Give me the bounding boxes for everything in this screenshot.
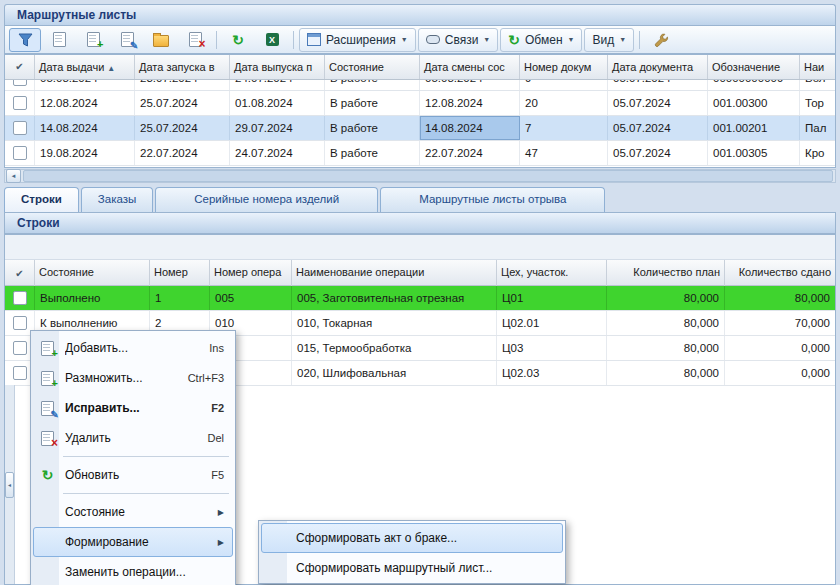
table-cell[interactable]: 47	[520, 141, 608, 165]
table-cell[interactable]: 01.08.2024	[230, 91, 325, 115]
table-cell[interactable]: 005, Заготовительная отрезная	[292, 286, 497, 310]
submenu-item-defect-act[interactable]: Сформировать акт о браке...	[261, 523, 563, 553]
table-cell[interactable]: 015, Термообработка	[292, 336, 497, 360]
table-cell[interactable]: Ц02.01	[497, 311, 607, 335]
tab-route-sheets-tear[interactable]: Маршрутные листы отрыва	[380, 187, 605, 212]
collapse-splitter[interactable]: ◄	[5, 385, 15, 584]
table-cell[interactable]: 14.08.2024	[35, 116, 135, 140]
table-cell[interactable]: 001.00305	[708, 141, 800, 165]
table-cell[interactable]: 80,000	[607, 286, 725, 310]
table-cell[interactable]: 05.07.2024	[608, 91, 708, 115]
table-cell[interactable]: 05.07.2024	[608, 141, 708, 165]
table-row[interactable]: 05.08.2024 23.07.2024 24.07.2024 В работ…	[5, 80, 835, 91]
column-header[interactable]: Количество план	[607, 260, 725, 286]
column-header[interactable]: Наи	[800, 55, 835, 79]
new-document-button[interactable]	[43, 28, 75, 52]
menu-item-state[interactable]: Состояние ▶	[33, 497, 233, 527]
table-cell-active[interactable]: 14.08.2024	[420, 116, 520, 140]
edit-document-button[interactable]: ✎	[111, 28, 143, 52]
table-cell[interactable]: 80,000	[607, 361, 725, 385]
column-header[interactable]: Дата запуска в	[135, 55, 230, 79]
row-checkbox[interactable]	[13, 96, 27, 110]
menu-item-duplicate[interactable]: + Размножить... Ctrl+F3	[33, 363, 233, 393]
table-cell[interactable]: 80,000	[725, 286, 835, 310]
table-cell[interactable]: 24.07.2024	[230, 141, 325, 165]
table-cell[interactable]: 23.07.2024	[135, 80, 230, 91]
table-cell[interactable]: 80,000	[607, 336, 725, 360]
delete-document-button[interactable]: ×	[179, 28, 211, 52]
column-header[interactable]: Дата выдачи▲	[35, 55, 135, 79]
table-cell[interactable]: 29.07.2024	[230, 116, 325, 140]
table-row[interactable]: 19.08.2024 22.07.2024 24.07.2024 В работ…	[5, 141, 835, 166]
extensions-menu-button[interactable]: Расширения ▼	[299, 28, 416, 52]
table-cell[interactable]: 05.07.2024	[608, 116, 708, 140]
table-cell[interactable]: 00000000009	[708, 80, 800, 91]
table-row[interactable]: 12.08.2024 25.07.2024 01.08.2024 В работ…	[5, 91, 835, 116]
column-header[interactable]: Состояние	[35, 260, 150, 286]
links-menu-button[interactable]: Связи ▼	[418, 28, 499, 52]
column-header[interactable]: Номер докум	[520, 55, 608, 79]
table-cell[interactable]: В работе	[325, 141, 420, 165]
table-cell[interactable]: 22.07.2024	[135, 141, 230, 165]
table-cell[interactable]: 010, Токарная	[292, 311, 497, 335]
table-cell[interactable]: Ц01	[497, 286, 607, 310]
table-cell[interactable]: В работе	[325, 91, 420, 115]
table-cell[interactable]: 005	[210, 286, 292, 310]
table-cell[interactable]: 25.07.2024	[135, 91, 230, 115]
tab-zakazy[interactable]: Заказы	[81, 187, 153, 212]
column-header[interactable]: Состояние	[325, 55, 420, 79]
table-cell[interactable]: 19.08.2024	[35, 141, 135, 165]
menu-item-edit[interactable]: ✎ Исправить... F2	[33, 393, 233, 423]
copy-document-button[interactable]: +	[77, 28, 109, 52]
table-cell[interactable]: 001.00201	[708, 116, 800, 140]
table-row-selected[interactable]: 14.08.2024 25.07.2024 29.07.2024 В работ…	[5, 116, 835, 141]
row-checkbox[interactable]	[13, 316, 27, 330]
status-cell[interactable]: Выполнено	[35, 286, 150, 310]
row-checkbox[interactable]	[13, 341, 27, 355]
tab-serial-numbers[interactable]: Серийные номера изделий	[155, 187, 378, 212]
row-checkbox[interactable]	[13, 80, 27, 86]
column-header[interactable]: Количество сдано	[725, 260, 835, 286]
column-header[interactable]: Дата смены сос	[420, 55, 520, 79]
row-checkbox[interactable]	[13, 291, 27, 305]
table-cell[interactable]: Кро	[800, 141, 835, 165]
menu-item-delete[interactable]: × Удалить Del	[33, 423, 233, 453]
submenu-item-route-sheet[interactable]: Сформировать маршрутный лист...	[261, 553, 563, 583]
table-cell[interactable]: 70,000	[725, 311, 835, 335]
column-header[interactable]: Дата выпуска п	[230, 55, 325, 79]
select-all-header[interactable]: ✔	[5, 55, 35, 79]
table-cell[interactable]: 0,000	[725, 336, 835, 360]
row-checkbox[interactable]	[13, 366, 27, 380]
table-cell[interactable]: 9	[520, 80, 608, 91]
menu-item-refresh[interactable]: ↻ Обновить F5	[33, 460, 233, 490]
scroll-left-button[interactable]: ◄	[6, 169, 21, 183]
table-cell[interactable]: 12.08.2024	[35, 91, 135, 115]
select-all-header[interactable]: ✔	[5, 260, 35, 286]
table-cell[interactable]: 0,000	[725, 361, 835, 385]
table-cell[interactable]: 05.08.2024	[35, 80, 135, 91]
menu-item-replace-operations[interactable]: Заменить операции...	[33, 557, 233, 585]
table-row-done[interactable]: Выполнено 1 005 005, Заготовительная отр…	[5, 286, 835, 311]
table-cell[interactable]: В работе	[325, 80, 420, 91]
table-cell[interactable]: 1	[150, 286, 210, 310]
table-cell[interactable]: 12.08.2024	[420, 91, 520, 115]
horizontal-scrollbar[interactable]: ◄	[4, 169, 836, 183]
row-checkbox[interactable]	[13, 146, 27, 160]
row-checkbox[interactable]	[13, 121, 27, 135]
table-cell[interactable]: Ц03	[497, 336, 607, 360]
table-cell[interactable]: 05.08.2024	[420, 80, 520, 91]
table-cell[interactable]: Вол	[800, 80, 835, 91]
table-cell[interactable]: Тор	[800, 91, 835, 115]
table-cell[interactable]: 020, Шлифовальная	[292, 361, 497, 385]
column-header[interactable]: Номер	[150, 260, 210, 286]
table-cell[interactable]: Ц02.03	[497, 361, 607, 385]
table-cell[interactable]: 05.07.2024	[608, 80, 708, 91]
table-cell[interactable]: 001.00300	[708, 91, 800, 115]
menu-item-formation[interactable]: Формирование ▶	[33, 527, 233, 557]
exchange-menu-button[interactable]: ↻ Обмен ▼	[500, 28, 582, 52]
filter-button[interactable]	[9, 28, 41, 52]
column-header[interactable]: Наименование операции	[292, 260, 497, 286]
column-header[interactable]: Цех, участок.	[497, 260, 607, 286]
view-menu-button[interactable]: Вид ▼	[584, 28, 634, 52]
column-header[interactable]: Дата документа	[608, 55, 708, 79]
